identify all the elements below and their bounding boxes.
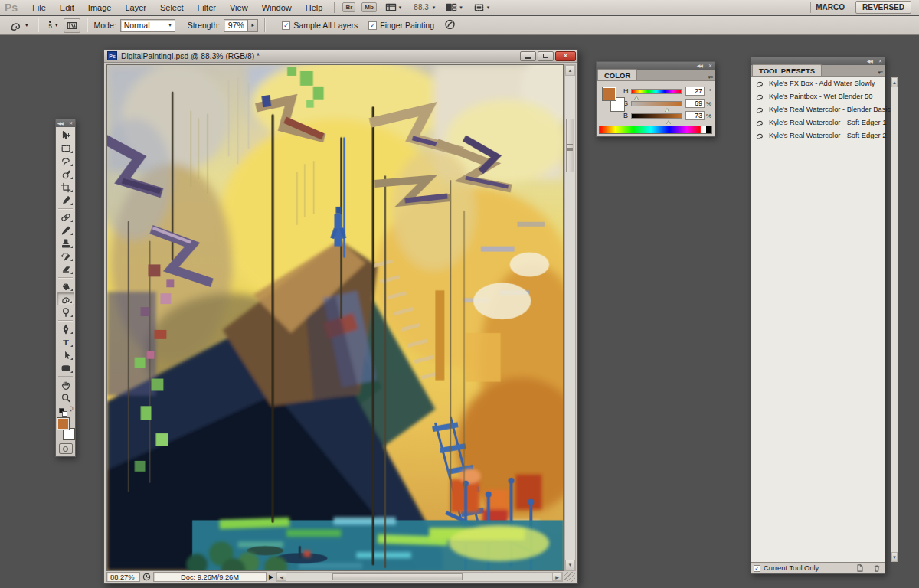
workspace-marco[interactable]: MARCO [816, 3, 845, 11]
preset-row-3[interactable]: Kyle's Real Watercolor - Blender Basic [751, 103, 891, 116]
scroll-up-icon[interactable]: ▲ [565, 65, 575, 76]
quick-mask-button[interactable] [59, 443, 73, 454]
strength-label: Strength: [188, 21, 221, 30]
view-extras-button[interactable]: ▾ [385, 2, 402, 12]
saturation-value-input[interactable]: 69 [685, 99, 705, 108]
toggle-brush-panel-button[interactable] [64, 18, 80, 33]
close-button[interactable]: ✕ [555, 51, 576, 61]
saturation-slider-marker[interactable] [665, 106, 669, 112]
preset-row-1[interactable]: Kyle's FX Box - Add Water Slowly [751, 77, 891, 90]
tool-quick-selection[interactable] [57, 168, 74, 181]
brightness-slider[interactable] [631, 113, 682, 119]
menu-layer[interactable]: Layer [118, 2, 153, 14]
maximize-button[interactable] [538, 51, 554, 61]
menu-file[interactable]: File [25, 2, 53, 14]
zoom-level-control[interactable]: 88.3 ▾ [412, 3, 435, 11]
presets-scrollbar[interactable]: ▲ ▼ [891, 77, 898, 562]
tool-pen[interactable] [57, 322, 74, 335]
menu-image[interactable]: Image [81, 2, 119, 14]
new-preset-icon[interactable] [855, 564, 865, 573]
tool-lasso[interactable] [57, 155, 74, 168]
strength-slider-button[interactable]: ▸ [248, 19, 258, 32]
tool-brush[interactable] [57, 224, 74, 237]
menu-edit[interactable]: Edit [53, 2, 81, 14]
window-resize-grip[interactable] [564, 572, 575, 582]
tool-dodge[interactable] [57, 305, 74, 318]
scroll-right-icon[interactable]: ▶ [552, 573, 562, 581]
tool-path-selection[interactable] [57, 348, 74, 361]
arrange-documents-button[interactable]: ▾ [446, 2, 463, 12]
color-spectrum-ramp[interactable] [599, 126, 712, 134]
close-panel-icon[interactable]: ✕ [66, 121, 75, 126]
tool-hand[interactable] [57, 378, 74, 391]
scroll-down-icon[interactable]: ▼ [565, 560, 575, 570]
zoom-level-value[interactable]: 88.3 [414, 3, 428, 11]
brush-preset-picker[interactable]: 5 [49, 21, 52, 30]
brightness-slider-marker[interactable] [666, 118, 671, 124]
mode-select[interactable]: Normal ▾ [120, 19, 175, 32]
foreground-color-swatch[interactable] [602, 87, 616, 101]
minimize-button[interactable] [520, 51, 536, 61]
finger-painting-checkbox[interactable]: ✓ Finger Painting [368, 21, 434, 30]
tool-zoom[interactable] [57, 391, 74, 404]
menu-view[interactable]: View [223, 2, 255, 14]
tool-smudge-selected[interactable] [57, 292, 74, 305]
panel-menu-icon[interactable]: ▾≡ [708, 74, 715, 80]
tab-color[interactable]: COLOR [597, 69, 637, 80]
launch-bridge-button[interactable]: Br [342, 2, 355, 12]
tool-rectangular-marquee[interactable] [57, 142, 74, 155]
workspace-reversed-active[interactable]: REVERSED [855, 1, 911, 14]
tool-crop[interactable] [57, 181, 74, 194]
strength-input[interactable]: 97% [224, 19, 248, 32]
swap-colors-icon[interactable]: ⤸ [70, 406, 73, 412]
scroll-down-icon[interactable]: ▼ [891, 552, 898, 562]
close-panel-icon[interactable]: ✕ [705, 64, 715, 68]
preset-row-5[interactable]: Kyle's Real Watercolor - Soft Edger 2 [751, 129, 891, 142]
scroll-up-icon[interactable]: ▲ [891, 77, 898, 87]
menu-window[interactable]: Window [255, 2, 299, 14]
hue-slider[interactable] [631, 89, 682, 94]
tool-eyedropper[interactable] [57, 194, 74, 207]
horizontal-scrollbar[interactable]: ◀ ▶ [276, 572, 563, 582]
tool-history-brush[interactable] [57, 250, 74, 263]
collapse-panel-icon[interactable]: ◀◀ [864, 59, 875, 64]
tool-preset-picker[interactable]: ▾ [6, 18, 31, 34]
preset-row-4[interactable]: Kyle's Real Watercolor - Soft Edger 1 [751, 116, 891, 129]
tool-shape[interactable] [57, 361, 74, 374]
collapse-panel-icon[interactable]: ◀◀ [694, 64, 705, 68]
brightness-value-input[interactable]: 73 [685, 111, 705, 120]
tool-type[interactable]: T [57, 335, 74, 348]
status-menu-arrow[interactable]: ▶ [267, 572, 276, 582]
tool-move[interactable] [57, 129, 74, 142]
tool-spot-healing-brush[interactable] [57, 211, 74, 224]
saturation-slider[interactable] [631, 101, 682, 106]
close-panel-icon[interactable]: ✕ [875, 59, 885, 64]
hue-value-input[interactable]: 27 [685, 87, 705, 96]
foreground-color-swatch[interactable] [57, 417, 70, 430]
menu-select[interactable]: Select [153, 2, 191, 14]
tab-tool-presets[interactable]: TOOL PRESETS [752, 64, 822, 76]
vertical-scrollbar[interactable]: ▲ ▼ [564, 64, 576, 571]
current-tool-only-checkbox[interactable]: Current Tool Only [764, 564, 849, 572]
sample-all-layers-checkbox[interactable]: ✓ Sample All Layers [282, 21, 358, 30]
preset-row-2[interactable]: Kyle's Paintbox - Wet Blender 50 [751, 90, 891, 103]
screen-mode-button[interactable]: ▾ [473, 2, 490, 12]
collapse-panel-icon[interactable]: ◀◀ [54, 121, 66, 126]
hue-slider-marker[interactable] [634, 93, 639, 100]
document-title-bar[interactable]: Ps DigitalPaintingI.psd @ 88.3% (RGB/8) … [104, 50, 577, 63]
panel-menu-icon[interactable]: ▾≡ [878, 70, 885, 76]
delete-preset-icon[interactable] [872, 564, 882, 573]
horizontal-scroll-thumb[interactable] [332, 573, 463, 580]
tablet-pressure-button[interactable] [443, 18, 456, 32]
tool-eraser[interactable] [57, 263, 74, 276]
launch-minibridge-button[interactable]: Mb [361, 2, 377, 12]
status-zoom-input[interactable]: 88.27% [106, 572, 140, 582]
painting-canvas[interactable] [106, 64, 564, 571]
menu-help[interactable]: Help [299, 2, 330, 14]
tool-paint-bucket[interactable] [57, 279, 74, 292]
tool-clone-stamp[interactable] [57, 237, 74, 250]
default-colors-control[interactable]: ⤸ [58, 406, 74, 416]
vertical-scroll-thumb[interactable] [566, 119, 574, 172]
scroll-left-icon[interactable]: ◀ [276, 573, 286, 581]
menu-filter[interactable]: Filter [191, 2, 223, 14]
